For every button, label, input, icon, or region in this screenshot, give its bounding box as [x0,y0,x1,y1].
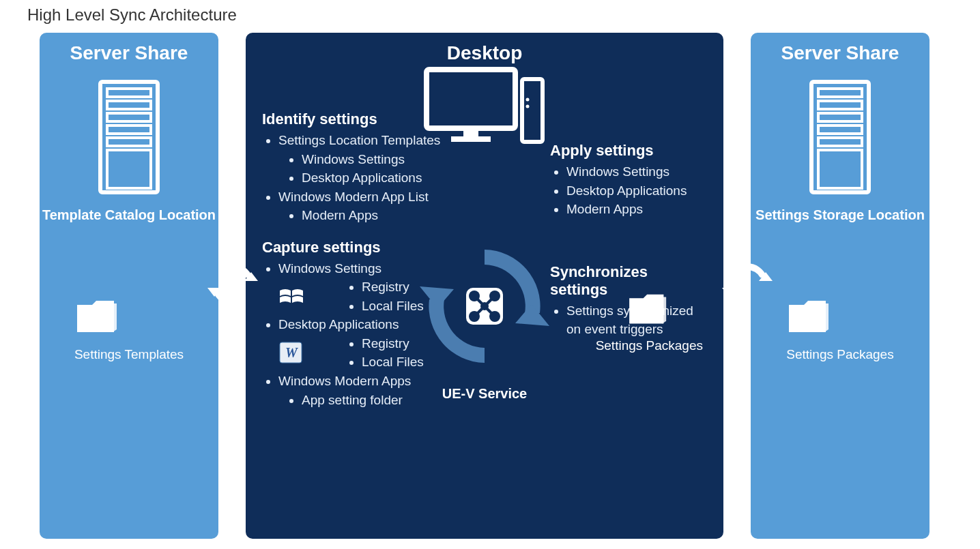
list-item: Desktop Applications [566,181,707,201]
svg-rect-32 [818,113,862,121]
right-box-title: Server Share [781,42,899,64]
svg-rect-2 [107,101,151,109]
settings-packages-label: Settings Packages [786,347,893,362]
apply-section: Apply settings Windows Settings Desktop … [550,142,707,225]
page-title: High Level Sync Architecture [0,0,980,33]
svg-text:W: W [285,345,298,360]
desktop-title: Desktop [447,42,522,64]
svg-rect-1 [107,89,151,97]
server-rack-icon [95,79,163,198]
svg-marker-16 [420,286,454,308]
folder-icon [74,298,122,338]
svg-rect-33 [818,125,862,134]
folder-icon [786,298,834,338]
sync-icon [206,258,259,314]
apply-heading: Apply settings [550,142,707,160]
architecture-diagram: Server Share Template Catalog Location S… [0,33,980,539]
svg-rect-35 [818,150,862,188]
settings-templates-label: Settings Templates [74,347,184,362]
svg-rect-31 [818,101,862,109]
settings-storage-label: Settings Storage Location [755,207,925,223]
list-item: Windows Settings [566,162,707,181]
settings-packages-label: Settings Packages [596,338,703,353]
list-item: Windows Settings [302,150,453,169]
list-item: Desktop Applications [302,168,453,188]
svg-rect-34 [818,138,862,146]
settings-packages-block: Settings Packages [596,292,703,353]
word-icon: W [278,341,303,364]
server-rack-icon [806,79,874,198]
svg-rect-6 [107,150,151,188]
svg-rect-30 [818,89,862,97]
windows-icon [278,286,303,307]
sync-icon [721,258,774,314]
template-catalog-label: Template Catalog Location [42,207,216,223]
left-box-title: Server Share [70,42,188,64]
settings-templates-block: Settings Templates [74,298,184,362]
list-item: Modern Apps [302,206,453,225]
svg-rect-4 [107,125,151,134]
left-server-box: Server Share Template Catalog Location S… [40,33,218,539]
list-item: Modern Apps [566,200,707,219]
desktop-box: Desktop Settings Packages [246,33,723,539]
svg-rect-5 [107,138,151,146]
right-server-box: Server Share Settings Storage Location S… [751,33,929,539]
settings-packages-block: Settings Packages [786,298,893,362]
list-item: Windows Modern App List [278,188,453,207]
svg-rect-3 [107,113,151,121]
folder-icon [626,292,672,329]
